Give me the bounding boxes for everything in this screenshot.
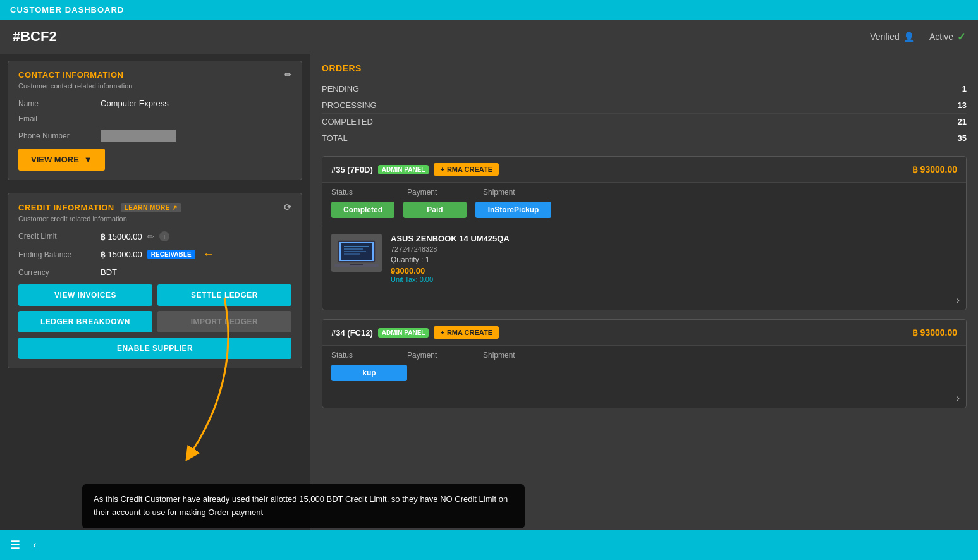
- ending-balance-value: ฿ 15000.00: [101, 250, 142, 259]
- credit-edit-icon[interactable]: ✏: [147, 232, 154, 241]
- currency-label: Currency: [18, 268, 101, 277]
- plus-icon: +: [440, 166, 444, 173]
- credit-limit-value: ฿ 15000.00: [101, 232, 142, 241]
- order-labels-2: Status Payment Shipment: [322, 346, 966, 362]
- contact-card-header: CONTACT INFORMATION ✏: [18, 70, 291, 80]
- order-header-2: #34 (FC12) ADMIN PANEL + RMA CREATE ฿ 93…: [322, 320, 966, 346]
- stat-count: 1: [962, 84, 967, 94]
- email-row: Email: [18, 114, 291, 123]
- status-label-1: Status: [331, 188, 394, 197]
- credit-card-header: CREDIT INFORMATION LEARN MORE ↗ ⟳: [18, 202, 291, 212]
- stat-row: PROCESSING13: [322, 97, 967, 114]
- credit-info-card: CREDIT INFORMATION LEARN MORE ↗ ⟳ Custom…: [8, 193, 302, 368]
- product-info-1: ASUS ZENBOOK 14 UM425QA 727247248328 Qua…: [391, 234, 957, 283]
- active-label: Active: [929, 32, 953, 42]
- phone-row: Phone Number: [18, 130, 291, 142]
- svg-rect-6: [344, 248, 363, 250]
- active-checkmark-icon: ✓: [957, 31, 965, 43]
- product-item-1: ASUS ZENBOOK 14 UM425QA 727247248328 Qua…: [322, 226, 966, 291]
- expand-arrow-2[interactable]: ›: [322, 389, 966, 408]
- product-name-1: ASUS ZENBOOK 14 UM425QA: [391, 234, 957, 243]
- product-price-1: 93000.00: [391, 266, 957, 276]
- shipment-label-2: Shipment: [483, 351, 546, 360]
- page-header: #BCF2 Verified 👤 Active ✓: [0, 20, 978, 54]
- stat-count: 21: [958, 117, 967, 126]
- credit-subtitle: Customer credit related information: [18, 215, 291, 222]
- product-qty-1: Quantity : 1: [391, 255, 957, 264]
- order-badges-1: Completed Paid InStorePickup: [322, 199, 966, 226]
- info-icon[interactable]: i: [159, 231, 169, 241]
- verified-icon: 👤: [903, 32, 914, 42]
- name-label: Name: [18, 99, 101, 108]
- ending-balance-row: Ending Balance ฿ 15000.00 RECEIVABLE ←: [18, 248, 291, 261]
- status-badge-completed: Completed: [331, 202, 394, 218]
- order-card-2: #34 (FC12) ADMIN PANEL + RMA CREATE ฿ 93…: [322, 319, 967, 408]
- left-panel: CONTACT INFORMATION ✏ Customer contact r…: [0, 54, 310, 533]
- currency-row: Currency BDT: [18, 267, 291, 277]
- expand-arrow-1[interactable]: ›: [322, 291, 966, 310]
- bottom-bar: ☰ ‹: [0, 530, 978, 533]
- credit-limit-row: Credit Limit ฿ 15000.00 ✏ i: [18, 231, 291, 241]
- learn-more-button[interactable]: LEARN MORE ↗: [121, 203, 181, 212]
- stat-row: COMPLETED21: [322, 114, 967, 130]
- stat-count: 35: [958, 133, 967, 143]
- phone-label: Phone Number: [18, 131, 101, 140]
- ledger-breakdown-button[interactable]: LEDGER BREAKDOWN: [18, 311, 152, 332]
- chevron-down-icon: ▼: [84, 155, 92, 164]
- stat-row: TOTAL35: [322, 130, 967, 146]
- view-invoices-button[interactable]: VIEW INVOICES: [18, 284, 152, 306]
- order-id-2: #34 (FC12): [331, 328, 373, 338]
- credit-section-title: CREDIT INFORMATION: [18, 203, 114, 212]
- admin-panel-badge-1[interactable]: ADMIN PANEL: [378, 165, 429, 174]
- shipment-badge-pickup: InStorePickup: [475, 202, 551, 218]
- stat-label: PROCESSING: [322, 100, 377, 110]
- credit-limit-label: Credit Limit: [18, 232, 101, 241]
- order-card-1: #35 (7F0D) ADMIN PANEL + RMA CREATE ฿ 93…: [322, 156, 967, 310]
- rma-create-button-2[interactable]: + RMA CREATE: [434, 326, 499, 339]
- refresh-icon[interactable]: ⟳: [284, 202, 292, 212]
- stat-row: PENDING1: [322, 81, 967, 97]
- header-right: Verified 👤 Active ✓: [870, 31, 965, 43]
- settle-ledger-button[interactable]: SETTLE LEDGER: [157, 284, 291, 306]
- product-tax-1: Unit Tax: 0.00: [391, 276, 957, 283]
- import-ledger-button: IMPORT LEDGER: [157, 311, 291, 332]
- currency-value: BDT: [101, 267, 117, 277]
- contact-info-card: CONTACT INFORMATION ✏ Customer contact r…: [8, 61, 302, 180]
- orders-stats: PENDING1PROCESSING13COMPLETED21TOTAL35: [322, 81, 967, 146]
- arrow-indicator-icon: ←: [203, 248, 214, 261]
- svg-rect-5: [344, 246, 369, 247]
- laptop-image-icon: [334, 237, 379, 269]
- admin-panel-badge-2[interactable]: ADMIN PANEL: [378, 328, 429, 338]
- order-labels-1: Status Payment Shipment: [322, 183, 966, 199]
- enable-supplier-button[interactable]: ENABLE SUPPLIER: [18, 338, 291, 359]
- order-badges-2: kup: [322, 362, 966, 389]
- contact-subtitle: Customer contact related information: [18, 82, 291, 90]
- email-label: Email: [18, 114, 101, 123]
- ending-balance-label: Ending Balance: [18, 250, 101, 259]
- order-id-1: #35 (7F0D): [331, 165, 373, 174]
- payment-label-2: Payment: [407, 351, 470, 360]
- orders-title: ORDERS: [322, 63, 967, 73]
- right-panel: ORDERS PENDING1PROCESSING13COMPLETED21TO…: [310, 54, 978, 533]
- svg-rect-8: [344, 253, 360, 255]
- order-amount-2: ฿ 93000.00: [912, 327, 957, 338]
- top-bar: CUSTOMER DASHBOARD: [0, 0, 978, 20]
- svg-rect-7: [344, 251, 366, 252]
- stat-label: TOTAL: [322, 133, 348, 143]
- receivable-badge: RECEIVABLE: [147, 250, 195, 259]
- product-image-1: [331, 234, 382, 272]
- stat-label: PENDING: [322, 84, 359, 94]
- credit-tooltip: As this Credit Customer have already use…: [82, 484, 525, 528]
- credit-buttons-grid: VIEW INVOICES SETTLE LEDGER LEDGER BREAK…: [18, 284, 291, 359]
- verified-status: Verified 👤: [870, 32, 914, 42]
- contact-section-title: CONTACT INFORMATION: [18, 70, 123, 80]
- payment-badge-paid: Paid: [403, 202, 467, 218]
- payment-label-1: Payment: [407, 188, 470, 197]
- status-label-2: Status: [331, 351, 394, 360]
- product-sku-1: 727247248328: [391, 245, 957, 253]
- rma-create-button-1[interactable]: + RMA CREATE: [434, 163, 499, 176]
- plus-icon-2: +: [440, 329, 444, 336]
- edit-icon[interactable]: ✏: [284, 70, 292, 80]
- active-status: Active ✓: [929, 31, 965, 43]
- view-more-button[interactable]: VIEW MORE ▼: [18, 149, 105, 171]
